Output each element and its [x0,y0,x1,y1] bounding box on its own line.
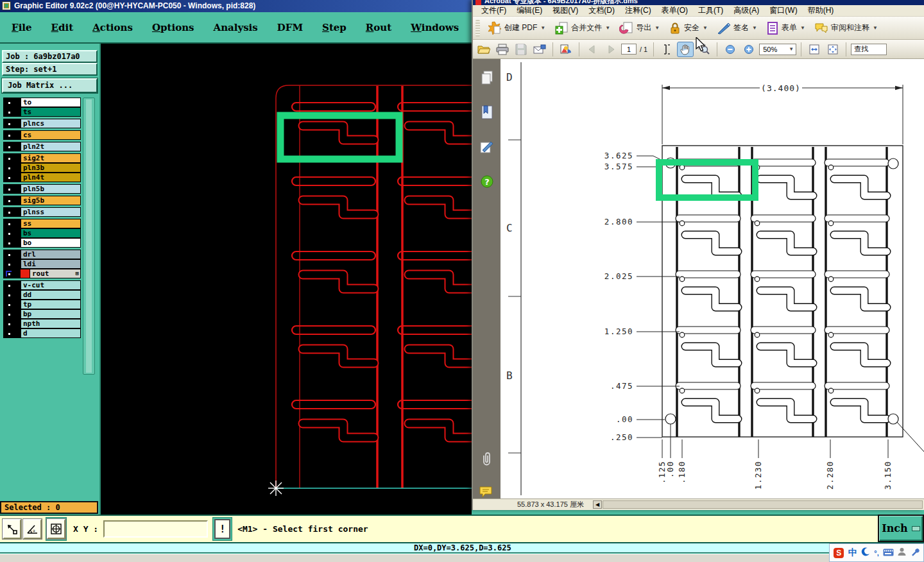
layer-row[interactable]: to [3,98,81,107]
signatures-panel-icon[interactable] [479,139,495,155]
layer-name-field[interactable]: d [21,329,80,337]
layer-visibility-checkbox[interactable] [4,173,21,182]
snap-grid-button[interactable] [47,519,65,539]
ge-menu-item[interactable]: Windows [411,22,459,33]
layer-name-field[interactable]: pln2t [21,142,80,151]
review-comment-button[interactable]: 审阅和注释 ▼ [810,20,882,37]
pdf-document-area[interactable]: D C B (3.400) [501,59,924,498]
layer-row[interactable]: bs [3,228,81,238]
layer-name-field[interactable]: pln3b [21,164,80,172]
acrobat-menu-item[interactable]: 工具(T) [694,5,728,16]
layer-row[interactable]: sig2t [3,153,81,163]
layer-row[interactable]: d [3,328,81,338]
print-button[interactable] [494,42,511,57]
layer-visibility-checkbox[interactable] [4,219,21,228]
acrobat-menu-item[interactable]: 窗口(W) [765,5,801,16]
soft-keyboard-icon[interactable] [883,547,894,559]
acrobat-menu-item[interactable]: 视图(V) [548,5,583,16]
zoom-home-button[interactable] [3,519,21,539]
units-button[interactable]: Inch [878,515,924,542]
layer-row[interactable]: v-cut [3,280,81,290]
layer-visibility-checkbox[interactable] [4,196,21,205]
prompt-button[interactable]: ! [214,519,230,539]
ge-menu-item[interactable]: Actions [92,22,133,33]
secure-button[interactable]: 安全 ▼ [665,20,712,37]
fit-width-button[interactable] [806,42,823,57]
layer-row[interactable]: ts [3,107,81,117]
ge-menu-item[interactable]: Analysis [214,22,258,33]
layer-row[interactable]: pln4t [3,173,81,182]
layer-name-field[interactable]: pln5b [21,185,80,193]
layer-visibility-checkbox[interactable] [4,310,21,318]
layer-visibility-checkbox[interactable] [4,185,21,193]
fit-page-button[interactable] [825,42,841,57]
punctuation-mode-icon[interactable]: °, [874,549,878,557]
layer-visibility-checkbox[interactable] [4,164,21,172]
layer-name-field[interactable]: plncs [21,119,80,128]
zoom-level-select[interactable]: 50% ▼ [759,44,796,55]
forms-button[interactable]: 表单 ▼ [762,19,809,37]
layer-name-field[interactable]: bs [21,229,80,237]
layer-row[interactable]: pln5b [3,184,81,194]
horizontal-scrollbar[interactable] [603,500,923,509]
layer-name-field[interactable]: dd [21,291,80,299]
layer-visibility-checkbox[interactable] [4,131,21,139]
acrobat-menu-item[interactable]: 帮助(H) [803,5,839,16]
layer-name-field[interactable]: bo [21,239,80,247]
find-input[interactable] [851,44,887,55]
select-tool-button[interactable] [658,42,675,57]
bookmarks-panel-icon[interactable] [479,104,495,121]
layer-name-field[interactable]: pln4t [21,173,80,182]
email-button[interactable] [531,42,548,57]
chinese-mode-icon[interactable]: 中 [848,547,857,559]
layer-visibility-checkbox[interactable] [4,281,21,289]
combine-files-button[interactable]: 合并文件 ▼ [551,19,614,37]
measure-angle-button[interactable]: a [23,519,42,539]
job-matrix-button[interactable]: Job Matrix ... [2,78,98,93]
layer-row[interactable]: plnss [3,207,81,217]
layer-visibility-checkbox[interactable] [4,260,21,268]
export-button[interactable]: 导出 ▼ [615,19,663,37]
layer-name-field[interactable]: drl [21,250,80,259]
layer-visibility-checkbox[interactable] [4,229,21,237]
ge-menu-item[interactable]: Options [152,22,194,33]
layer-visibility-checkbox[interactable] [4,329,21,337]
layer-visibility-checkbox[interactable] [4,291,21,299]
layer-visibility-checkbox[interactable] [4,98,21,106]
toolbar-grip[interactable] [475,20,480,37]
layer-name-field[interactable]: plnss [21,208,80,216]
layer-row[interactable]: dd [3,290,81,300]
acrobat-menu-item[interactable]: 表单(O) [657,5,692,16]
layer-visibility-checkbox[interactable] [4,319,21,328]
open-button[interactable] [475,42,492,57]
layer-name-field[interactable]: cs [21,131,80,139]
pages-panel-icon[interactable] [479,69,495,86]
acrobat-menu-item[interactable]: 文件(F) [477,5,511,16]
how-to-panel-icon[interactable]: ? [479,173,495,190]
layer-row[interactable]: tp [3,300,81,309]
layer-name-field[interactable]: ldi [21,260,80,268]
acrobat-menu-item[interactable]: 编辑(E) [512,5,547,16]
layer-visibility-checkbox[interactable] [4,142,21,151]
layer-name-field[interactable]: sig5b [21,196,80,205]
attachments-panel-icon[interactable] [478,450,495,467]
layer-row[interactable]: ss [3,219,81,228]
ge-menu-item[interactable]: Edit [51,22,74,33]
ge-menu-item[interactable]: File [12,22,32,33]
ge-menu-item[interactable]: Step [322,22,346,33]
layer-visibility-checkbox[interactable] [4,208,21,216]
acrobat-menu-item[interactable]: 文档(D) [584,5,619,16]
create-pdf-button[interactable]: 创建 PDF ▼ [484,19,549,37]
xy-input[interactable] [103,520,208,538]
settings-wrench-icon[interactable] [911,547,920,559]
layer-visibility-checkbox[interactable] [4,108,21,116]
layer-name-field[interactable]: tp [21,300,80,309]
sign-button[interactable]: 签名 ▼ [713,20,761,37]
ge-menu-item[interactable]: DFM [277,22,303,33]
fullwidth-moon-icon[interactable] [861,547,870,559]
marquee-zoom-button[interactable] [696,42,712,57]
layer-row[interactable]: bp [3,309,81,319]
sogou-ime-icon[interactable]: S [834,548,844,558]
layer-name-field[interactable]: npth [21,319,80,328]
layer-name-field[interactable]: rout ⊞ [30,269,80,278]
